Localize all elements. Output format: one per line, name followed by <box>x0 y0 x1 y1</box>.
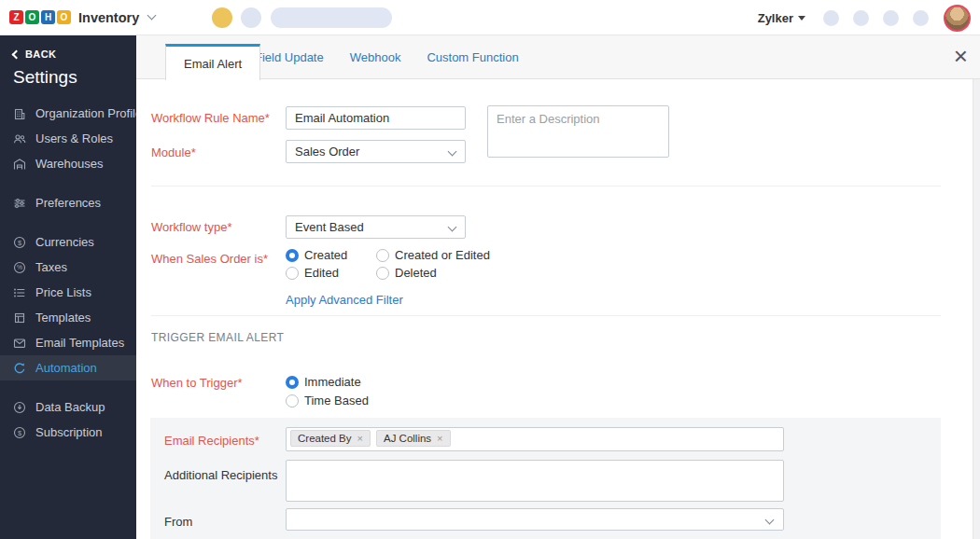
topbar-icon-2[interactable] <box>853 10 869 26</box>
chevron-down-icon <box>448 147 457 157</box>
apply-advanced-filter-link[interactable]: Apply Advanced Filter <box>286 293 403 307</box>
radio-icon <box>376 267 389 280</box>
topbar-icon-4[interactable] <box>913 10 929 26</box>
sidebar-item-taxes[interactable]: % Taxes <box>0 255 136 280</box>
chevron-left-icon <box>12 49 21 59</box>
sidebar-item-users-roles[interactable]: Users & Roles <box>0 126 136 151</box>
workflow-type-selected-value: Event Based <box>295 220 364 234</box>
module-selected-value: Sales Order <box>295 145 359 159</box>
radio-deleted[interactable]: Deleted <box>376 266 437 280</box>
radio-label: Time Based <box>304 394 369 408</box>
settings-sidebar: BACK Settings Organization Profile Users… <box>0 35 136 539</box>
chevron-down-icon[interactable] <box>147 11 157 21</box>
radio-label: Created <box>304 248 347 262</box>
workflow-form: Workflow Rule Name* Module* Sales Order … <box>136 79 980 539</box>
notification-dot-icon[interactable] <box>212 7 232 28</box>
radio-created-or-edited[interactable]: Created or Edited <box>376 248 490 262</box>
workflow-rule-name-label: Workflow Rule Name* <box>151 111 270 125</box>
sidebar-item-data-backup[interactable]: Data Backup <box>0 394 136 420</box>
sidebar-item-subscription[interactable]: $ Subscription <box>0 420 136 445</box>
sidebar-item-label: Subscription <box>35 425 103 439</box>
logo-letter-h: H <box>41 10 55 24</box>
from-select[interactable] <box>286 508 784 531</box>
sidebar-menu: Organization Profile Users & Roles Wareh… <box>0 101 136 445</box>
divider <box>151 186 941 187</box>
module-select[interactable]: Sales Order <box>286 140 466 163</box>
remove-chip-icon[interactable]: × <box>437 433 442 444</box>
description-textarea[interactable] <box>487 105 669 158</box>
workflow-type-select[interactable]: Event Based <box>286 215 466 239</box>
radio-icon <box>286 249 299 262</box>
users-icon <box>12 131 27 146</box>
trigger-email-alert-heading: TRIGGER EMAIL ALERT <box>151 331 284 344</box>
org-menu[interactable]: Zylker <box>758 11 805 25</box>
recipient-chip[interactable]: AJ Collins × <box>376 430 451 447</box>
close-icon[interactable]: × <box>954 43 968 69</box>
list-icon <box>12 285 27 300</box>
sidebar-item-warehouses[interactable]: Warehouses <box>0 151 136 176</box>
sidebar-item-label: Currencies <box>35 235 94 249</box>
back-button[interactable]: BACK <box>0 35 136 60</box>
sliders-icon <box>12 196 27 211</box>
tab-email-alert[interactable]: Email Alert <box>165 44 260 80</box>
radio-immediate[interactable]: Immediate <box>286 375 361 389</box>
sidebar-item-label: Users & Roles <box>35 131 113 145</box>
chevron-down-icon <box>765 516 775 525</box>
svg-text:$: $ <box>18 238 22 246</box>
sidebar-item-templates[interactable]: Templates <box>0 305 136 330</box>
app-window: Z O H O Inventory Zylker BACK Settin <box>0 0 980 539</box>
module-label: Module* <box>151 145 196 159</box>
svg-text:%: % <box>17 264 22 270</box>
caret-down-icon <box>798 16 805 21</box>
radio-icon <box>376 249 389 262</box>
when-sales-order-is-label: When Sales Order is* <box>151 252 268 266</box>
vertical-scrollbar[interactable] <box>973 79 980 539</box>
toolbar-circle-icon[interactable] <box>241 7 261 28</box>
workflow-tabbar: Email Alert Field Update Webhook Custom … <box>136 35 980 79</box>
topbar-icon-3[interactable] <box>883 10 899 26</box>
tab-webhook[interactable]: Webhook <box>337 50 414 64</box>
warehouse-icon <box>12 157 27 172</box>
radio-created[interactable]: Created <box>286 248 347 262</box>
zoho-logo[interactable]: Z O H O Inventory <box>9 10 155 25</box>
search-bar[interactable] <box>271 7 392 28</box>
sidebar-item-currencies[interactable]: $ Currencies <box>0 229 136 255</box>
user-avatar[interactable] <box>944 5 971 32</box>
email-recipients-label: Email Recipients* <box>164 434 259 448</box>
tab-custom-function[interactable]: Custom Function <box>413 50 531 64</box>
sidebar-item-organization-profile[interactable]: Organization Profile <box>0 101 136 126</box>
sidebar-item-label: Templates <box>35 311 91 325</box>
sidebar-item-automation[interactable]: Automation <box>0 355 136 380</box>
radio-edited[interactable]: Edited <box>286 266 339 280</box>
topbar: Z O H O Inventory Zylker <box>0 0 980 35</box>
dollar-icon: $ <box>12 425 27 440</box>
workflow-type-label: Workflow type* <box>151 220 231 234</box>
org-name: Zylker <box>758 11 793 25</box>
email-recipients-input[interactable]: Created By × AJ Collins × <box>286 427 784 451</box>
logo-letter-z: Z <box>9 10 23 24</box>
sync-icon <box>12 361 27 376</box>
radio-time-based[interactable]: Time Based <box>286 394 369 408</box>
radio-label: Edited <box>304 266 339 280</box>
sidebar-item-label: Email Templates <box>35 336 124 350</box>
additional-recipients-textarea[interactable] <box>286 460 784 502</box>
percent-icon: % <box>12 260 27 275</box>
recipient-chip[interactable]: Created By × <box>290 430 371 447</box>
logo-letter-o2: O <box>57 10 71 24</box>
topbar-right: Zylker <box>758 0 971 35</box>
radio-icon <box>286 267 299 280</box>
topbar-icon-1[interactable] <box>823 10 839 26</box>
building-icon <box>12 106 27 121</box>
chip-label: Created By <box>298 433 352 444</box>
tabs-inactive: Field Update Webhook Custom Function <box>242 35 532 79</box>
sidebar-item-email-templates[interactable]: Email Templates <box>0 330 136 355</box>
remove-chip-icon[interactable]: × <box>357 433 363 444</box>
currency-icon: $ <box>12 235 27 250</box>
radio-icon <box>286 394 299 408</box>
sidebar-item-preferences[interactable]: Preferences <box>0 190 136 215</box>
sidebar-item-label: Automation <box>35 361 97 375</box>
workflow-rule-name-input[interactable] <box>286 106 466 130</box>
product-name: Inventory <box>78 10 139 25</box>
sidebar-item-price-lists[interactable]: Price Lists <box>0 280 136 305</box>
radio-label: Created or Edited <box>395 248 490 262</box>
